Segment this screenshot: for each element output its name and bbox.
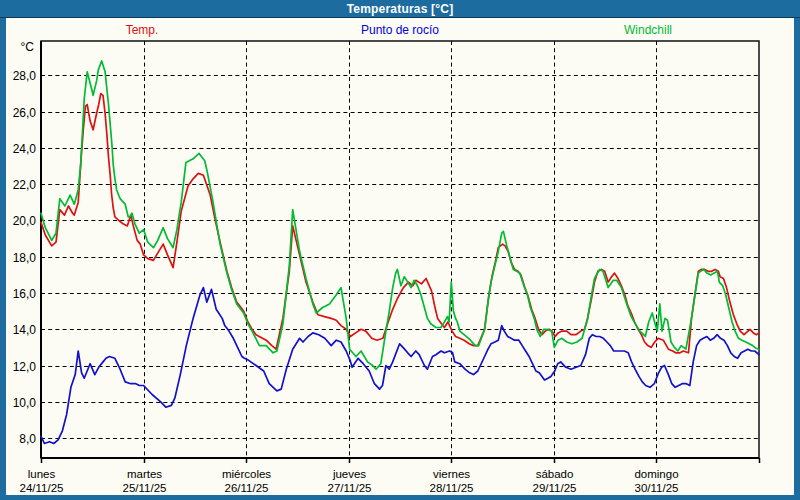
x-axis-day-label: jueves	[332, 468, 366, 480]
y-axis-tick-label: 14,0	[13, 323, 37, 337]
window-title: Temperaturas [°C]	[347, 2, 454, 16]
x-axis-date-label: 29/11/25	[533, 482, 577, 494]
y-axis-tick-label: 12,0	[13, 360, 37, 374]
x-axis-date-label: 25/11/25	[123, 482, 167, 494]
y-axis-unit-label: °C	[21, 40, 35, 54]
y-axis-tick-label: 8,0	[19, 432, 36, 446]
x-axis-day-label: martes	[127, 468, 162, 480]
x-axis-day-label: miércoles	[222, 468, 271, 480]
x-axis-date-label: 28/11/25	[430, 482, 474, 494]
x-axis-day-label: lunes	[28, 468, 56, 480]
x-axis-day-label: domingo	[634, 468, 678, 480]
series-windchill-line	[41, 61, 759, 369]
y-axis-tick-label: 24,0	[13, 142, 37, 156]
x-axis-date-label: 30/11/25	[635, 482, 679, 494]
chart-canvas: 8,010,012,014,016,018,020,022,024,026,02…	[6, 18, 794, 495]
title-bar[interactable]: Temperaturas [°C]	[0, 0, 800, 18]
y-axis-tick-label: 18,0	[13, 251, 37, 265]
x-axis-date-label: 24/11/25	[20, 482, 64, 494]
window-body: Temp. Punto de rocío Windchill 8,010,012…	[6, 18, 794, 495]
plot-frame	[41, 41, 759, 458]
y-axis-tick-label: 16,0	[13, 287, 37, 301]
x-axis-date-label: 27/11/25	[328, 482, 372, 494]
app-window: Temperaturas [°C] Temp. Punto de rocío W…	[0, 0, 800, 500]
x-axis-day-label: viernes	[433, 468, 470, 480]
y-axis-tick-label: 10,0	[13, 396, 37, 410]
x-axis-date-label: 26/11/25	[225, 482, 269, 494]
x-axis-day-label: sábado	[536, 468, 574, 480]
y-axis-tick-label: 20,0	[13, 214, 37, 228]
y-axis-tick-label: 26,0	[13, 106, 37, 120]
series-dewpoint-line	[41, 288, 759, 444]
y-axis-tick-label: 22,0	[13, 178, 37, 192]
y-axis-tick-label: 28,0	[13, 69, 37, 83]
